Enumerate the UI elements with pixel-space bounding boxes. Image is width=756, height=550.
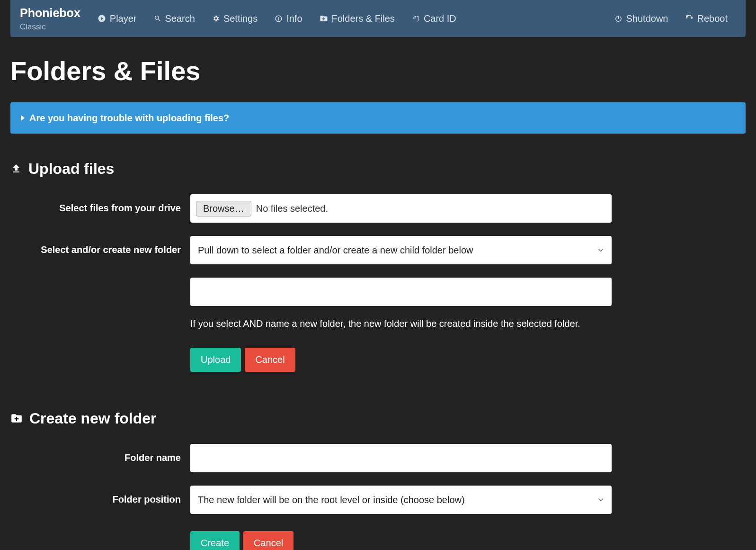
nav-left: Player Search Settings Info Folders & Fi…: [89, 0, 606, 37]
info-panel-text: Are you having trouble with uploading fi…: [29, 111, 229, 125]
upload-trouble-panel[interactable]: Are you having trouble with uploading fi…: [10, 102, 746, 134]
select-folder-label: Select and/or create new folder: [10, 236, 190, 264]
nav-right: Shutdown Reboot: [606, 0, 736, 37]
page-title: Folders & Files: [10, 51, 746, 91]
top-navbar: Phoniebox Classic Player Search Settings: [10, 0, 746, 37]
select-files-label: Select files from your drive: [10, 194, 190, 223]
upload-cancel-button[interactable]: Cancel: [245, 348, 295, 372]
nav-label: Card ID: [424, 11, 456, 26]
folder-position-label: Folder position: [10, 486, 190, 514]
rfid-icon: [412, 15, 420, 23]
folder-plus-icon: [10, 412, 23, 424]
nav-folders-files[interactable]: Folders & Files: [311, 0, 403, 37]
nav-settings[interactable]: Settings: [204, 0, 266, 37]
refresh-icon: [685, 15, 694, 23]
nav-label: Shutdown: [626, 11, 668, 26]
upload-section-title: Upload files: [10, 157, 746, 180]
gear-icon: [212, 15, 220, 22]
nav-info[interactable]: Info: [266, 0, 311, 37]
file-input[interactable]: Browse… No files selected.: [190, 194, 612, 223]
upload-button[interactable]: Upload: [190, 348, 241, 372]
folder-select[interactable]: Pull down to select a folder and/or crea…: [190, 236, 612, 264]
info-circle-icon: [275, 15, 283, 23]
play-circle-icon: [98, 14, 106, 23]
folder-name-input[interactable]: [190, 444, 612, 472]
nav-label: Player: [110, 11, 137, 26]
brand-subtitle: Classic: [20, 21, 80, 33]
power-icon: [614, 15, 623, 23]
caret-right-icon: [21, 115, 25, 121]
nav-label: Search: [165, 11, 195, 26]
nav-label: Settings: [223, 11, 258, 26]
nav-label: Info: [286, 11, 302, 26]
nav-shutdown[interactable]: Shutdown: [606, 0, 677, 37]
folder-plus-icon: [320, 14, 328, 23]
nav-reboot[interactable]: Reboot: [677, 0, 737, 37]
section-title-text: Create new folder: [29, 407, 157, 430]
browse-button[interactable]: Browse…: [196, 201, 251, 216]
nav-label: Folders & Files: [332, 11, 395, 26]
nav-label: Reboot: [697, 11, 728, 26]
folder-name-label: Folder name: [10, 444, 190, 472]
new-folder-name-input[interactable]: [190, 278, 612, 306]
nav-search[interactable]: Search: [145, 0, 204, 37]
upload-icon: [10, 163, 22, 174]
brand[interactable]: Phoniebox Classic: [20, 0, 80, 37]
nav-player[interactable]: Player: [89, 0, 145, 37]
search-icon: [154, 15, 161, 22]
nav-card-id[interactable]: Card ID: [403, 0, 465, 37]
folder-position-select[interactable]: The new folder will be on the root level…: [190, 486, 612, 514]
create-folder-section-title: Create new folder: [10, 407, 746, 430]
create-button[interactable]: Create: [190, 531, 240, 550]
brand-title: Phoniebox: [20, 4, 80, 22]
section-title-text: Upload files: [28, 157, 114, 180]
create-cancel-button[interactable]: Cancel: [243, 531, 294, 550]
upload-help-text: If you select AND name a new folder, the…: [190, 316, 612, 331]
file-input-status: No files selected.: [256, 201, 328, 216]
